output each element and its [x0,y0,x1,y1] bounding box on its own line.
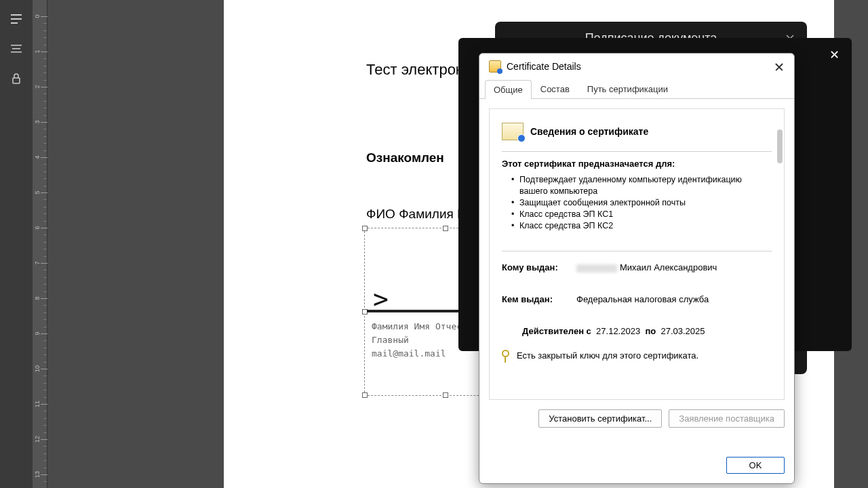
resize-handle[interactable] [362,392,368,398]
resize-handle[interactable] [443,392,448,398]
doc-acknowledged: Ознакомлен [366,150,444,165]
dialog-title: Certificate Details [507,61,581,72]
purpose-list: Подтверждает удаленному компьютеру идент… [502,174,772,232]
private-key-text: Есть закрытый ключ для этого сертификата… [517,350,698,361]
svg-rect-4 [12,48,20,49]
purpose-item: Класс средства ЭП КС1 [519,209,772,220]
install-cert-button[interactable]: Установить сертификат... [538,409,662,428]
vertical-ruler: 012345678910111213 [33,0,47,488]
resize-handle[interactable] [443,226,448,231]
vendor-statement-button[interactable]: Заявление поставщика [669,409,785,428]
issued-to-value: Михаил Александрович [576,262,772,272]
svg-rect-3 [11,45,22,46]
tab-details[interactable]: Состав [532,79,578,98]
purpose-item: Класс средства ЭП КС2 [519,220,772,232]
certificate-icon [489,60,501,73]
close-icon[interactable] [772,60,786,74]
svg-rect-2 [11,22,18,24]
close-icon[interactable]: ✕ [829,47,840,62]
validity: Действителен с 27.12.2023 по 27.03.2025 [522,326,772,336]
key-icon [502,350,511,361]
svg-rect-5 [11,52,22,53]
left-toolbar [0,0,33,488]
svg-rect-0 [11,14,22,16]
purpose-title: Этот сертификат предназначается для: [502,159,772,169]
tab-path[interactable]: Путь сертификации [578,79,677,98]
issued-to-label: Кому выдан: [502,262,576,272]
certificate-icon [502,123,524,140]
cert-header: Сведения о сертификате [530,126,648,137]
svg-rect-6 [13,78,20,83]
issued-by-value: Федеральная налоговая служба [576,294,772,304]
issued-by-label: Кем выдан: [502,294,576,304]
dialog-titlebar: Certificate Details [479,54,794,79]
certificate-dialog: Certificate Details Общие Состав Путь се… [479,53,795,484]
paragraph-icon[interactable] [8,41,24,57]
ok-button[interactable]: OK [726,457,785,474]
cert-body: Сведения о сертификате Этот сертификат п… [479,99,794,450]
cert-info-panel: Сведения о сертификате Этот сертификат п… [489,108,785,400]
svg-rect-1 [11,18,22,20]
purpose-item: Подтверждает удаленному компьютеру идент… [519,174,772,197]
tabs: Общие Состав Путь сертификации [479,79,794,99]
toc-icon[interactable] [8,11,24,27]
lock-icon[interactable] [8,70,24,87]
purpose-item: Защищает сообщения электронной почты [519,197,772,209]
resize-handle[interactable] [362,226,368,231]
scrollbar-thumb[interactable] [777,129,783,163]
redacted [576,264,617,272]
tab-general[interactable]: Общие [485,80,532,99]
